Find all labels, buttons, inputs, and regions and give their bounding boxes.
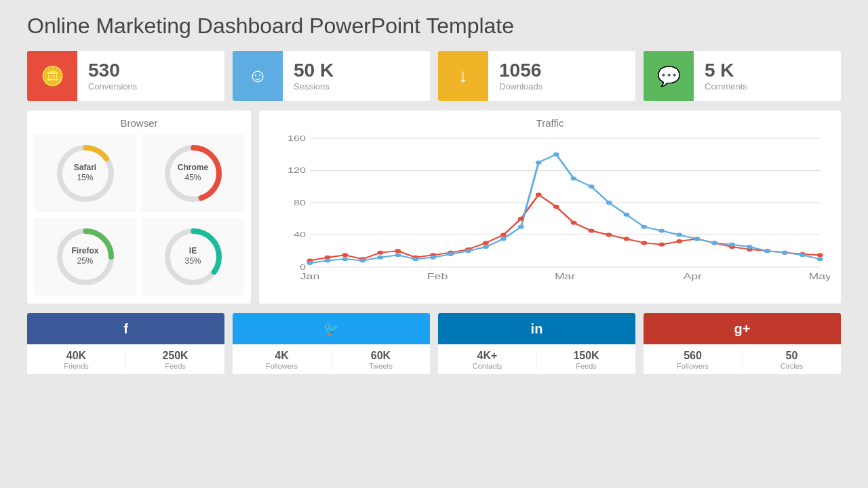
svg-point-71 bbox=[623, 213, 629, 217]
svg-point-75 bbox=[694, 237, 700, 241]
social-stats-twitter: 4K Followers 60K Tweets bbox=[233, 344, 430, 374]
svg-point-34 bbox=[500, 233, 507, 237]
svg-point-62 bbox=[465, 249, 471, 253]
browser-pct-ie: 35% bbox=[184, 257, 201, 268]
kpi-icon-comments: 💬 bbox=[644, 51, 694, 101]
svg-point-56 bbox=[359, 259, 366, 263]
kpi-card-sessions: ☺ 50 K Sessions bbox=[233, 51, 430, 101]
svg-point-38 bbox=[571, 221, 577, 225]
svg-point-55 bbox=[342, 257, 348, 261]
svg-point-25 bbox=[342, 253, 348, 257]
svg-point-73 bbox=[658, 229, 665, 233]
svg-point-42 bbox=[641, 241, 647, 245]
svg-point-74 bbox=[676, 233, 682, 237]
svg-point-60 bbox=[430, 256, 436, 260]
social-icon-facebook: f bbox=[123, 321, 128, 337]
svg-point-33 bbox=[483, 241, 489, 245]
browser-section: Browser Safari 15% Chrome 45% bbox=[27, 110, 251, 304]
svg-point-69 bbox=[589, 184, 595, 188]
svg-point-78 bbox=[747, 245, 753, 249]
svg-point-80 bbox=[782, 251, 788, 255]
svg-point-58 bbox=[395, 253, 401, 257]
social-stat: 40K Friends bbox=[27, 350, 126, 370]
browser-pct-firefox: 25% bbox=[71, 257, 98, 268]
kpi-number-sessions: 50 K bbox=[294, 60, 334, 81]
svg-point-79 bbox=[764, 249, 770, 253]
svg-point-82 bbox=[817, 257, 823, 261]
svg-point-59 bbox=[412, 257, 418, 261]
browser-name-firefox: Firefox bbox=[71, 246, 98, 257]
kpi-number-comments: 5 K bbox=[705, 60, 747, 81]
donut-cell-safari: Safari 15% bbox=[34, 134, 136, 212]
middle-row: Browser Safari 15% Chrome 45% bbox=[27, 110, 841, 304]
svg-point-67 bbox=[553, 152, 559, 157]
kpi-label-conversions: Conversions bbox=[88, 81, 137, 92]
social-stat-num: 40K bbox=[27, 350, 125, 362]
kpi-text-comments: 5 K Comments bbox=[694, 60, 758, 92]
svg-point-39 bbox=[589, 229, 595, 233]
social-stat-num: 60K bbox=[332, 350, 430, 362]
social-card-googleplus: g+ 560 Followers 50 Circles bbox=[644, 313, 841, 374]
kpi-number-conversions: 530 bbox=[88, 60, 137, 81]
social-stat: 50 Circles bbox=[743, 350, 841, 370]
donut-chrome: Chrome 45% bbox=[163, 143, 224, 204]
browser-name-safari: Safari bbox=[74, 163, 96, 174]
kpi-label-downloads: Downloads bbox=[499, 81, 542, 92]
svg-point-53 bbox=[307, 261, 313, 265]
social-header-facebook: f bbox=[27, 313, 224, 344]
svg-point-77 bbox=[729, 243, 735, 247]
svg-point-43 bbox=[658, 243, 665, 247]
svg-text:Jan: Jan bbox=[300, 272, 320, 281]
browser-pct-chrome: 45% bbox=[178, 174, 208, 184]
social-stat-num: 560 bbox=[644, 350, 742, 362]
svg-text:160: 160 bbox=[288, 134, 306, 143]
svg-point-68 bbox=[571, 176, 577, 180]
browser-name-chrome: Chrome bbox=[178, 163, 208, 174]
kpi-card-comments: 💬 5 K Comments bbox=[644, 51, 841, 101]
social-stat: 250K Feeds bbox=[126, 350, 224, 370]
social-icon-twitter: 🐦 bbox=[323, 321, 340, 337]
social-card-linkedin: in 4K+ Contacts 150K Feeds bbox=[438, 313, 635, 374]
social-card-twitter: 🐦 4K Followers 60K Tweets bbox=[233, 313, 430, 374]
svg-point-28 bbox=[395, 249, 401, 253]
browser-pct-safari: 15% bbox=[74, 174, 96, 184]
svg-text:Mar: Mar bbox=[555, 272, 575, 281]
svg-point-44 bbox=[676, 239, 682, 243]
svg-point-70 bbox=[606, 201, 612, 205]
kpi-number-downloads: 1056 bbox=[499, 60, 542, 81]
kpi-icon-sessions: ☺ bbox=[233, 51, 283, 101]
browser-label: Browser bbox=[34, 117, 244, 129]
social-stat-num: 250K bbox=[126, 350, 224, 362]
social-icon-googleplus: g+ bbox=[734, 321, 751, 337]
social-stat: 560 Followers bbox=[644, 350, 743, 370]
svg-point-66 bbox=[536, 161, 542, 165]
svg-point-65 bbox=[518, 225, 524, 229]
social-stat-lbl: Circles bbox=[743, 362, 841, 370]
social-stats-facebook: 40K Friends 250K Feeds bbox=[27, 344, 224, 374]
kpi-text-conversions: 530 Conversions bbox=[77, 60, 148, 92]
kpi-card-conversions: 🪙 530 Conversions bbox=[27, 51, 224, 101]
svg-text:120: 120 bbox=[288, 166, 306, 175]
social-stat-num: 150K bbox=[537, 350, 635, 362]
svg-point-76 bbox=[711, 241, 717, 245]
donut-cell-chrome: Chrome 45% bbox=[142, 134, 244, 212]
kpi-row: 🪙 530 Conversions ☺ 50 K Sessions ↓ 1056… bbox=[27, 51, 841, 101]
svg-text:Apr: Apr bbox=[683, 272, 702, 281]
donut-cell-ie: IE 35% bbox=[142, 218, 244, 296]
social-stat: 150K Feeds bbox=[537, 350, 635, 370]
traffic-chart: 04080120160JanFebMarAprMay bbox=[270, 131, 830, 294]
kpi-card-downloads: ↓ 1056 Downloads bbox=[438, 51, 635, 101]
donut-ie: IE 35% bbox=[163, 226, 224, 287]
traffic-section: Traffic 04080120160JanFebMarAprMay bbox=[259, 110, 841, 304]
social-stat: 4K+ Contacts bbox=[438, 350, 537, 370]
svg-point-57 bbox=[377, 256, 383, 260]
svg-text:0: 0 bbox=[300, 263, 306, 272]
social-header-twitter: 🐦 bbox=[233, 313, 430, 344]
svg-point-64 bbox=[500, 237, 507, 241]
donut-grid: Safari 15% Chrome 45% Firefox 25% bbox=[34, 134, 244, 296]
svg-text:40: 40 bbox=[294, 230, 306, 239]
kpi-label-comments: Comments bbox=[705, 81, 747, 92]
svg-point-36 bbox=[536, 192, 542, 197]
donut-safari: Safari 15% bbox=[55, 143, 116, 204]
social-stat-num: 4K+ bbox=[438, 350, 536, 362]
